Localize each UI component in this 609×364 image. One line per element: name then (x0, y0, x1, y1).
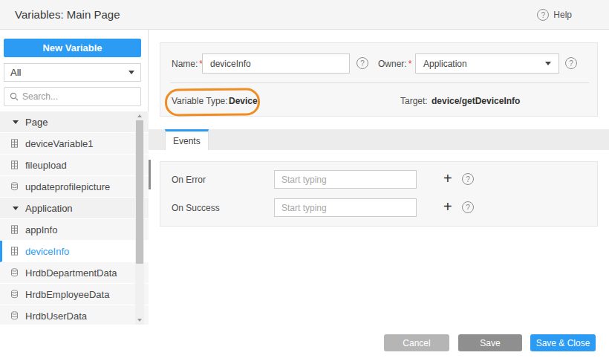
sidebar-item-updateprofilepicture[interactable]: updateprofilepicture (0, 176, 149, 198)
on-success-input[interactable] (274, 198, 417, 217)
content-scrollbar-thumb[interactable] (149, 160, 151, 189)
page-title: Variables: Main Page (15, 0, 120, 30)
on-success-label: On Success (172, 203, 220, 213)
owner-label: Owner:* (378, 59, 411, 69)
on-success-help-icon[interactable]: ? (462, 201, 474, 213)
help-button[interactable]: ? Help (537, 0, 572, 30)
on-success-row: On Success + ? (160, 198, 597, 217)
sidebar-item-devicevariable1[interactable]: deviceVariable1 (0, 133, 149, 155)
variable-filter-select[interactable]: All (4, 63, 141, 82)
variables-sidebar: New Variable All Page deviceVariable1 fi… (0, 30, 149, 325)
target-value: device/getDeviceInfo (431, 96, 520, 106)
list-group-page[interactable]: Page (0, 111, 149, 133)
name-label: Name:* (172, 59, 203, 69)
filter-value: All (10, 67, 128, 78)
device-variable-icon (10, 225, 19, 234)
tab-bar: Events (149, 129, 609, 150)
sidebar-item-hrdbdepartmentdata[interactable]: HrdbDepartmentData (0, 262, 149, 284)
add-action-icon[interactable]: + (443, 196, 452, 217)
sidebar-scrollbar[interactable] (135, 111, 144, 325)
on-error-input[interactable] (274, 170, 417, 189)
search-box (4, 87, 141, 106)
new-variable-button[interactable]: New Variable (4, 39, 141, 57)
sidebar-item-hrdbemployeedata[interactable]: HrdbEmployeeData (0, 284, 149, 305)
service-variable-icon (10, 311, 19, 320)
sidebar-item-appinfo[interactable]: appInfo (0, 219, 149, 241)
variable-type-value: Device (229, 96, 258, 106)
dialog-header: Variables: Main Page ? Help (0, 0, 609, 30)
scrollbar-thumb[interactable] (136, 120, 143, 264)
service-variable-icon (10, 268, 19, 277)
service-variable-icon (10, 182, 19, 191)
on-error-label: On Error (172, 175, 206, 185)
sidebar-item-deviceinfo[interactable]: deviceInfo (0, 241, 149, 262)
help-icon: ? (537, 9, 549, 21)
cancel-button[interactable]: Cancel (384, 334, 449, 351)
caret-down-icon (13, 120, 19, 124)
owner-help-icon[interactable]: ? (565, 57, 577, 69)
owner-select[interactable]: Application (415, 53, 559, 74)
name-help-icon[interactable]: ? (356, 57, 368, 69)
device-variable-icon (10, 160, 19, 169)
scroll-up-icon[interactable] (135, 112, 144, 120)
variable-list: Page deviceVariable1 fileupload updatepr… (0, 111, 149, 325)
name-input[interactable] (202, 53, 350, 74)
chevron-down-icon (545, 62, 551, 65)
variable-detail-panel: Name:* ? Owner:* Application ? Variable … (149, 30, 609, 364)
variables-dialog: Variables: Main Page ? Help New Variable… (0, 0, 609, 364)
search-input[interactable] (22, 91, 135, 102)
help-label: Help (553, 10, 572, 20)
on-error-row: On Error + ? (160, 170, 597, 189)
caret-down-icon (13, 207, 19, 210)
list-group-application[interactable]: Application (0, 198, 149, 219)
required-asterisk: * (408, 59, 412, 69)
scroll-down-icon[interactable] (135, 316, 144, 324)
target-label: Target: (400, 96, 428, 106)
service-variable-icon (10, 290, 19, 299)
save-button[interactable]: Save (458, 334, 522, 351)
sidebar-item-fileupload[interactable]: fileupload (0, 155, 149, 176)
tab-events[interactable]: Events (165, 129, 209, 150)
device-variable-icon (10, 139, 19, 148)
on-error-help-icon[interactable]: ? (462, 173, 474, 185)
add-action-icon[interactable]: + (443, 168, 452, 189)
owner-value: Application (423, 59, 545, 69)
events-panel: On Error + ? On Success + ? (160, 161, 598, 227)
divider (170, 82, 589, 83)
variable-properties-panel: Name:* ? Owner:* Application ? Variable … (160, 42, 598, 117)
sidebar-item-hrdbuserdata[interactable]: HrdbUserData (0, 305, 149, 325)
chevron-down-icon (128, 71, 134, 74)
save-close-button[interactable]: Save & Close (530, 334, 596, 351)
device-variable-icon (10, 247, 19, 256)
search-icon (10, 92, 19, 101)
variable-type-label: Variable Type: (172, 96, 228, 106)
